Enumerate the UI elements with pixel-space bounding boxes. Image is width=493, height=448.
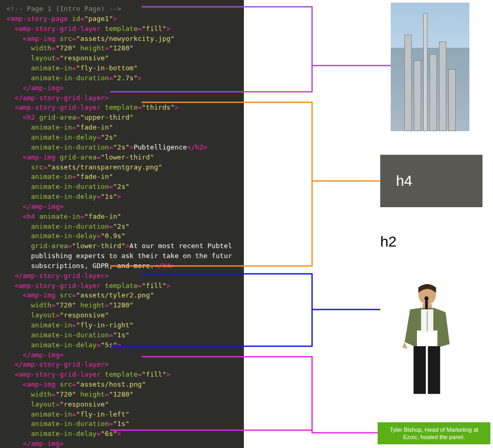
code-line: grid-area="lower-third">At our most rece… <box>6 241 238 251</box>
h2-label: h2 <box>380 233 396 250</box>
svg-point-7 <box>424 296 428 301</box>
code-line: <amp-img src="assets/tyler2.png" <box>6 291 238 301</box>
code-line: <amp-img src="assets/newyorkcity.jpg" <box>6 34 238 44</box>
code-line: <h4 animate-in="fade-in" <box>6 212 238 222</box>
code-line: animate-in-duration="2s" <box>6 222 238 232</box>
code-line: animate-in-duration="2.7s"> <box>6 73 238 83</box>
code-line: animate-in-delay="0.9s" <box>6 231 238 241</box>
code-line: animate-in="fade-in" <box>6 123 238 133</box>
code-editor: <!-- Page 1 (Intro Page) --><amp-story-p… <box>0 0 244 448</box>
code-line: <amp-story-grid-layer template="fill"> <box>6 24 238 34</box>
caption-text: Tyler Bishop, Head of Marketing at Ezoic… <box>382 426 486 441</box>
code-line: animate-in-duration="2s">Pubtelligence</… <box>6 143 238 153</box>
preview-newyorkcity <box>391 3 469 131</box>
code-line: animate-in="fly-in-right" <box>6 321 238 330</box>
code-line: </amp-story-grid-layer> <box>6 360 238 370</box>
preview-h4-box: h4 <box>380 155 483 207</box>
code-line: <amp-img src="assets/host.png" <box>6 380 238 390</box>
code-line: </amp-img> <box>6 202 238 212</box>
svg-rect-5 <box>427 346 440 393</box>
code-line: animate-in-duration="1s" <box>6 419 238 429</box>
svg-rect-4 <box>413 346 425 393</box>
code-line: width="720" height="1280" <box>6 44 238 54</box>
code-line: animate-in="fly-in-left" <box>6 410 238 420</box>
code-line: </amp-img> <box>6 350 238 360</box>
code-line: animate-in-delay="2s" <box>6 133 238 143</box>
code-line: <amp-story-page id="page1"> <box>6 14 238 24</box>
code-line: publishing experts to ask their take on … <box>6 251 238 261</box>
h4-label: h4 <box>396 173 412 189</box>
svg-rect-6 <box>425 300 427 309</box>
code-line: layout="responsive" <box>6 311 238 321</box>
code-line: <!-- Page 1 (Intro Page) --> <box>6 4 238 14</box>
code-line: <amp-img grid-area="lower-third" <box>6 153 238 163</box>
code-line: layout="responsive" <box>6 54 238 63</box>
code-line: width="720" height="1280" <box>6 301 238 311</box>
code-line: <amp-story-grid-layer template="fill"> <box>6 370 238 380</box>
code-line: </amp-img> <box>6 83 238 93</box>
code-line: animate-in-duration="1s" <box>6 330 238 340</box>
code-line: width="720" height="1280" <box>6 390 238 400</box>
code-line: subscriptions, GDPR, and more.</h4> <box>6 261 238 271</box>
code-line: src="assets/transparentgray.png" <box>6 163 238 173</box>
code-line: <amp-story-grid-layer template="fill"> <box>6 281 238 291</box>
code-line: animate-in-delay="5s"> <box>6 340 238 350</box>
code-line: layout="responsive" <box>6 400 238 410</box>
preview-caption: Tyler Bishop, Head of Marketing at Ezoic… <box>378 422 490 444</box>
code-line: <amp-story-grid-layer template="thirds"> <box>6 103 238 113</box>
code-line: </amp-img> <box>6 439 238 448</box>
code-line: animate-in="fly-in-bottom" <box>6 63 238 73</box>
code-line: </amp-story-grid-layer> <box>6 271 238 281</box>
code-line: animate-in="fade-in" <box>6 172 238 182</box>
code-line: animate-in-delay="1s"> <box>6 192 238 202</box>
code-line: animate-in-delay="6s"> <box>6 429 238 439</box>
code-line: </amp-story-grid-layer> <box>6 93 238 103</box>
preview-tyler <box>380 265 467 409</box>
code-line: animate-in-duration="2s" <box>6 182 238 192</box>
code-line: <h2 grid-area="upper-third" <box>6 113 238 123</box>
